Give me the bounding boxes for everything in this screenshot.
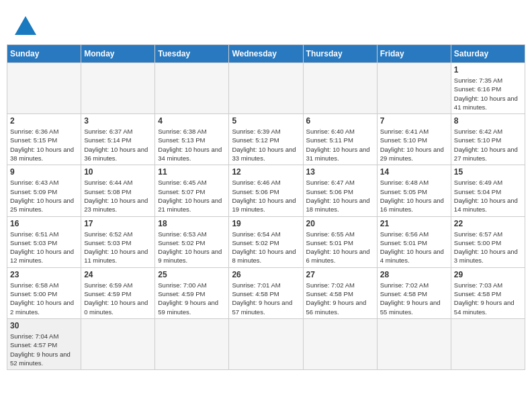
day-number: 12 (232, 167, 300, 177)
day-number: 30 (10, 321, 78, 330)
day-info: Sunrise: 7:04 AM Sunset: 4:57 PM Dayligh… (10, 332, 78, 367)
day-number: 2 (10, 116, 78, 126)
day-number: 20 (306, 219, 374, 228)
day-number: 13 (306, 167, 374, 177)
calendar-day-cell: 20 Sunrise: 6:55 AM Sunset: 5:01 PM Dayl… (303, 216, 377, 267)
day-number: 8 (454, 116, 522, 126)
weekday-header: Thursday (303, 45, 377, 63)
day-number: 24 (84, 270, 152, 279)
day-info: Sunrise: 6:41 AM Sunset: 5:10 PM Dayligh… (380, 127, 448, 163)
calendar-day-cell (303, 318, 377, 369)
calendar-day-cell: 5 Sunrise: 6:39 AM Sunset: 5:12 PM Dayli… (229, 114, 303, 165)
day-number: 5 (232, 116, 300, 126)
calendar-day-cell: 18 Sunrise: 6:53 AM Sunset: 5:02 PM Dayl… (155, 216, 229, 267)
calendar-day-cell (81, 63, 155, 114)
calendar-day-cell: 24 Sunrise: 6:59 AM Sunset: 4:59 PM Dayl… (81, 267, 155, 318)
calendar-week-row: 16 Sunrise: 6:51 AM Sunset: 5:03 PM Dayl… (7, 216, 525, 267)
day-info: Sunrise: 6:54 AM Sunset: 5:02 PM Dayligh… (232, 230, 300, 265)
calendar-day-cell: 8 Sunrise: 6:42 AM Sunset: 5:10 PM Dayli… (451, 114, 525, 165)
day-number: 29 (454, 270, 522, 279)
calendar-day-cell (155, 63, 229, 114)
logo-icon (13, 13, 38, 38)
calendar-day-cell (81, 318, 155, 369)
calendar: SundayMondayTuesdayWednesdayThursdayFrid… (7, 44, 525, 370)
day-number: 17 (84, 219, 152, 228)
day-number: 23 (10, 270, 78, 279)
day-info: Sunrise: 7:02 AM Sunset: 4:58 PM Dayligh… (380, 281, 448, 316)
calendar-week-row: 1 Sunrise: 7:35 AM Sunset: 6:16 PM Dayli… (7, 63, 525, 114)
day-info: Sunrise: 7:00 AM Sunset: 4:59 PM Dayligh… (158, 281, 226, 316)
day-info: Sunrise: 6:45 AM Sunset: 5:07 PM Dayligh… (158, 178, 226, 214)
weekday-header: Saturday (451, 45, 525, 63)
calendar-day-cell: 25 Sunrise: 7:00 AM Sunset: 4:59 PM Dayl… (155, 267, 229, 318)
calendar-day-cell: 9 Sunrise: 6:43 AM Sunset: 5:09 PM Dayli… (7, 165, 81, 216)
calendar-header-row: SundayMondayTuesdayWednesdayThursdayFrid… (7, 45, 525, 63)
calendar-day-cell: 21 Sunrise: 6:56 AM Sunset: 5:01 PM Dayl… (377, 216, 451, 267)
day-info: Sunrise: 7:01 AM Sunset: 4:58 PM Dayligh… (232, 281, 300, 316)
day-info: Sunrise: 6:58 AM Sunset: 5:00 PM Dayligh… (10, 281, 78, 316)
weekday-header: Tuesday (155, 45, 229, 63)
day-info: Sunrise: 6:55 AM Sunset: 5:01 PM Dayligh… (306, 230, 374, 265)
calendar-day-cell (7, 63, 81, 114)
calendar-week-row: 2 Sunrise: 6:36 AM Sunset: 5:15 PM Dayli… (7, 114, 525, 165)
day-number: 25 (158, 270, 226, 279)
calendar-day-cell (229, 63, 303, 114)
calendar-day-cell: 22 Sunrise: 6:57 AM Sunset: 5:00 PM Dayl… (451, 216, 525, 267)
day-info: Sunrise: 7:03 AM Sunset: 4:58 PM Dayligh… (454, 281, 522, 316)
day-info: Sunrise: 6:43 AM Sunset: 5:09 PM Dayligh… (10, 178, 78, 214)
day-info: Sunrise: 6:36 AM Sunset: 5:15 PM Dayligh… (10, 127, 78, 163)
day-number: 4 (158, 116, 226, 126)
calendar-day-cell: 11 Sunrise: 6:45 AM Sunset: 5:07 PM Dayl… (155, 165, 229, 216)
day-info: Sunrise: 7:02 AM Sunset: 4:58 PM Dayligh… (306, 281, 374, 316)
calendar-day-cell: 2 Sunrise: 6:36 AM Sunset: 5:15 PM Dayli… (7, 114, 81, 165)
header (7, 7, 525, 42)
day-number: 19 (232, 219, 300, 228)
day-number: 26 (232, 270, 300, 279)
calendar-day-cell (155, 318, 229, 369)
calendar-day-cell: 23 Sunrise: 6:58 AM Sunset: 5:00 PM Dayl… (7, 267, 81, 318)
day-info: Sunrise: 6:47 AM Sunset: 5:06 PM Dayligh… (306, 178, 374, 214)
day-info: Sunrise: 6:57 AM Sunset: 5:00 PM Dayligh… (454, 230, 522, 265)
day-number: 9 (10, 167, 78, 177)
day-info: Sunrise: 7:35 AM Sunset: 6:16 PM Dayligh… (454, 76, 522, 111)
day-number: 27 (306, 270, 374, 279)
weekday-header: Wednesday (229, 45, 303, 63)
calendar-day-cell: 28 Sunrise: 7:02 AM Sunset: 4:58 PM Dayl… (377, 267, 451, 318)
calendar-day-cell: 7 Sunrise: 6:41 AM Sunset: 5:10 PM Dayli… (377, 114, 451, 165)
day-info: Sunrise: 6:39 AM Sunset: 5:12 PM Dayligh… (232, 127, 300, 163)
day-number: 6 (306, 116, 374, 126)
day-info: Sunrise: 6:49 AM Sunset: 5:04 PM Dayligh… (454, 178, 522, 214)
day-info: Sunrise: 6:59 AM Sunset: 4:59 PM Dayligh… (84, 281, 152, 316)
calendar-body: 1 Sunrise: 7:35 AM Sunset: 6:16 PM Dayli… (7, 63, 525, 370)
calendar-day-cell: 6 Sunrise: 6:40 AM Sunset: 5:11 PM Dayli… (303, 114, 377, 165)
calendar-day-cell: 27 Sunrise: 7:02 AM Sunset: 4:58 PM Dayl… (303, 267, 377, 318)
day-info: Sunrise: 6:37 AM Sunset: 5:14 PM Dayligh… (84, 127, 152, 163)
day-info: Sunrise: 6:38 AM Sunset: 5:13 PM Dayligh… (158, 127, 226, 163)
day-info: Sunrise: 6:42 AM Sunset: 5:10 PM Dayligh… (454, 127, 522, 163)
day-number: 28 (380, 270, 448, 279)
calendar-day-cell: 13 Sunrise: 6:47 AM Sunset: 5:06 PM Dayl… (303, 165, 377, 216)
day-number: 21 (380, 219, 448, 228)
calendar-day-cell: 12 Sunrise: 6:46 AM Sunset: 5:06 PM Dayl… (229, 165, 303, 216)
weekday-header: Sunday (7, 45, 81, 63)
day-number: 16 (10, 219, 78, 228)
calendar-day-cell (451, 318, 525, 369)
calendar-day-cell: 3 Sunrise: 6:37 AM Sunset: 5:14 PM Dayli… (81, 114, 155, 165)
day-number: 1 (454, 65, 522, 75)
calendar-day-cell: 1 Sunrise: 7:35 AM Sunset: 6:16 PM Dayli… (451, 63, 525, 114)
calendar-day-cell: 26 Sunrise: 7:01 AM Sunset: 4:58 PM Dayl… (229, 267, 303, 318)
calendar-day-cell (229, 318, 303, 369)
calendar-day-cell: 10 Sunrise: 6:44 AM Sunset: 5:08 PM Dayl… (81, 165, 155, 216)
day-info: Sunrise: 6:56 AM Sunset: 5:01 PM Dayligh… (380, 230, 448, 265)
day-number: 7 (380, 116, 448, 126)
calendar-day-cell: 15 Sunrise: 6:49 AM Sunset: 5:04 PM Dayl… (451, 165, 525, 216)
calendar-day-cell: 29 Sunrise: 7:03 AM Sunset: 4:58 PM Dayl… (451, 267, 525, 318)
calendar-day-cell: 19 Sunrise: 6:54 AM Sunset: 5:02 PM Dayl… (229, 216, 303, 267)
day-info: Sunrise: 6:40 AM Sunset: 5:11 PM Dayligh… (306, 127, 374, 163)
day-info: Sunrise: 6:53 AM Sunset: 5:02 PM Dayligh… (158, 230, 226, 265)
calendar-week-row: 23 Sunrise: 6:58 AM Sunset: 5:00 PM Dayl… (7, 267, 525, 318)
day-number: 15 (454, 167, 522, 177)
calendar-day-cell (303, 63, 377, 114)
day-number: 14 (380, 167, 448, 177)
day-number: 10 (84, 167, 152, 177)
